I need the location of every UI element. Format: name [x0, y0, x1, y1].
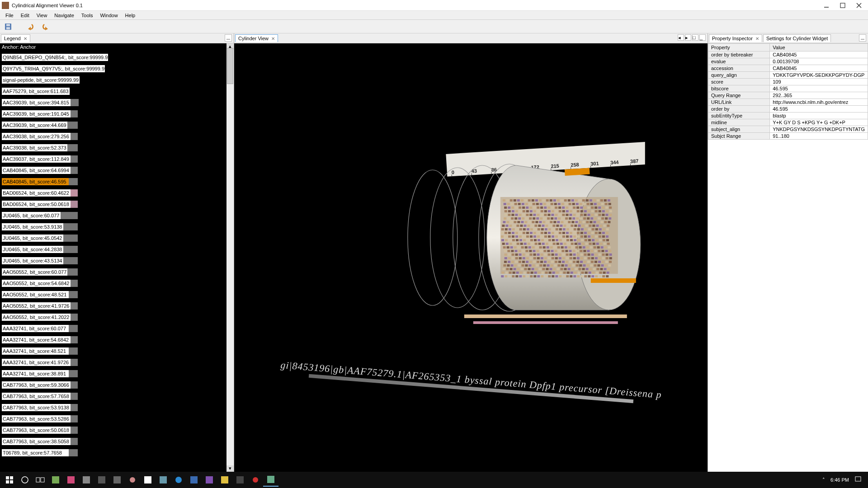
legend-row[interactable]: AAA32741, bit_score:54.6842 [0, 333, 226, 344]
panel-minimize-icon[interactable] [859, 34, 866, 42]
menu-file[interactable]: File [2, 12, 17, 19]
taskbar-app-13-icon[interactable] [232, 473, 248, 487]
legend-row[interactable]: JU0465, bit_score:45.0542 [0, 231, 226, 243]
close-icon[interactable]: ✕ [755, 36, 759, 41]
legend-row[interactable]: CAB77963, bit_score:53.5286 [0, 412, 226, 423]
legend-row[interactable]: JU0465, bit_score:44.2838 [0, 243, 226, 254]
legend-row[interactable]: AAA32741, bit_score:38.891 [0, 367, 226, 378]
legend-scrollbar[interactable]: ▴ ▾ [226, 43, 234, 472]
legend-row[interactable]: AAO50552, bit_score:60.077 [0, 265, 226, 277]
property-row[interactable]: bitscore46.595 [708, 85, 868, 92]
taskbar-app-5-icon[interactable] [109, 473, 125, 487]
property-row[interactable]: URL/Linkhttp://www.ncbi.nlm.nih.gov/entr… [708, 99, 868, 106]
menu-tools[interactable]: Tools [78, 12, 97, 19]
legend-row[interactable]: AAO50552, bit_score:54.6842 [0, 277, 226, 288]
scroll-down-icon[interactable]: ▾ [226, 465, 234, 472]
legend-row[interactable]: CAB77963, bit_score:57.7658 [0, 389, 226, 401]
legend-row[interactable]: AAO50552, bit_score:41.2022 [0, 310, 226, 322]
tab-legend[interactable]: Legend ✕ [1, 34, 30, 42]
close-icon[interactable]: ✕ [271, 36, 275, 41]
panel-minimize-icon[interactable] [225, 34, 232, 42]
legend-row[interactable]: AAC39039, bit_score:44.669 [0, 118, 226, 130]
taskbar-app-3-icon[interactable] [79, 473, 94, 487]
legend-row[interactable]: CAB77963, bit_score:53.9138 [0, 401, 226, 412]
taskbar-app-2-icon[interactable] [63, 473, 79, 487]
legend-row[interactable]: AAC39038, bit_score:279.256 [0, 130, 226, 141]
col-value[interactable]: Value [770, 44, 868, 52]
property-row[interactable]: order by46.595 [708, 106, 868, 113]
legend-row[interactable]: CAB77963, bit_score:38.5058 [0, 435, 226, 446]
legend-row[interactable]: CAB77963, bit_score:50.0618 [0, 423, 226, 435]
legend-row[interactable]: AAA32741, bit_score:60.077 [0, 322, 226, 333]
legend-row[interactable]: Q9NB54_DREPO_Q9NB54;, bit_score:99999.99 [0, 51, 226, 62]
property-row[interactable]: Subjct Range91..180 [708, 133, 868, 140]
start-icon[interactable] [2, 473, 17, 487]
taskbar-app-9-icon[interactable] [171, 473, 186, 487]
redo-icon[interactable] [40, 21, 51, 32]
legend-row[interactable]: AAF75279, bit_score:611.683 [0, 84, 226, 96]
property-row[interactable]: score109 [708, 79, 868, 85]
view-max-icon[interactable]: □ [692, 34, 698, 41]
tab-property-inspector[interactable]: Property Inspector ✕ [709, 34, 762, 42]
legend-row[interactable]: AAC39039, bit_score:394.815 [0, 96, 226, 107]
taskbar-app-12-icon[interactable] [217, 473, 232, 487]
view-3d[interactable]: 04386129172215258301344387430 [234, 43, 708, 472]
view-next-icon[interactable]: ▸ [685, 34, 691, 41]
legend-row[interactable]: JU0465, bit_score:60.077 [0, 209, 226, 220]
menu-navigate[interactable]: Navigate [51, 12, 77, 19]
tab-settings[interactable]: Settings for Cylinder Widget [763, 34, 831, 42]
tray-chevron-icon[interactable]: ˄ [822, 477, 825, 483]
legend-row[interactable]: CAB40845, bit_score:46.595 [0, 175, 226, 186]
property-row[interactable]: accessionCAB40845 [708, 65, 868, 72]
legend-row[interactable]: AAC39037, bit_score:112.849 [0, 152, 226, 164]
tray-notification-icon[interactable] [854, 476, 862, 484]
maximize-button[interactable] [839, 2, 846, 9]
property-row[interactable]: subject_alignYNKDPGSYNKDSGSYNKDPGTYNTATG [708, 126, 868, 133]
taskbar-app-15-icon[interactable] [263, 473, 278, 487]
legend-row[interactable]: BAD06524, bit_score:60.4622 [0, 186, 226, 197]
view-prev-icon[interactable]: ◂ [678, 34, 684, 41]
legend-row[interactable]: BAD06524, bit_score:50.0618 [0, 197, 226, 209]
menu-window[interactable]: Window [96, 12, 121, 19]
tab-cylinder[interactable]: Cylinder View ✕ [235, 34, 278, 42]
close-icon[interactable]: ✕ [24, 36, 27, 41]
property-row[interactable]: Query Range292..365 [708, 92, 868, 99]
property-row[interactable]: midlineY+K GY D S +KPG Y+ G +DK+P [708, 119, 868, 126]
taskbar-app-6-icon[interactable] [125, 473, 140, 487]
taskbar-app-4-icon[interactable] [94, 473, 109, 487]
legend-row[interactable]: AAA32741, bit_score:41.9726 [0, 356, 226, 367]
legend-row[interactable]: JU0465, bit_score:43.5134 [0, 254, 226, 265]
menu-help[interactable]: Help [122, 12, 139, 19]
legend-row[interactable]: AAO50552, bit_score:41.9726 [0, 299, 226, 310]
save-icon[interactable] [3, 21, 14, 32]
menu-view[interactable]: View [33, 12, 51, 19]
taskbar-app-11-icon[interactable] [202, 473, 217, 487]
taskbar-app-8-icon[interactable] [156, 473, 171, 487]
undo-icon[interactable] [25, 21, 36, 32]
property-row[interactable]: query_alignYDKKTGPYVPDK-SEDKKPGPYDY-DGP [708, 72, 868, 79]
close-button[interactable] [855, 2, 863, 9]
legend-row[interactable]: JU0465, bit_score:53.9138 [0, 220, 226, 231]
scroll-thumb[interactable] [227, 48, 233, 84]
legend-row[interactable]: AAO50552, bit_score:48.521 [0, 288, 226, 299]
legend-row[interactable]: AAA32741, bit_score:48.521 [0, 344, 226, 356]
legend-row[interactable]: CAB77963, bit_score:59.3066 [0, 378, 226, 389]
menu-edit[interactable]: Edit [17, 12, 33, 19]
legend-row[interactable]: AAC39039, bit_score:191.045 [0, 107, 226, 118]
col-property[interactable]: Property [708, 44, 770, 52]
legend-row[interactable]: T06789, bit_score:57.7658 [0, 446, 226, 457]
legend-row[interactable]: signal-peptide, bit_score:99999.99 [0, 73, 226, 84]
taskview-icon[interactable] [33, 473, 48, 487]
tray-time[interactable]: 6:46 PM [830, 477, 849, 483]
taskbar-app-10-icon[interactable] [186, 473, 202, 487]
taskbar-app-1-icon[interactable] [48, 473, 63, 487]
cortana-icon[interactable] [17, 473, 33, 487]
property-row[interactable]: evalue0.00139708 [708, 58, 868, 65]
property-row[interactable]: order by tiebreakerCAB40845 [708, 52, 868, 58]
legend-row[interactable]: CAB40845, bit_score:64.6994 [0, 164, 226, 175]
property-row[interactable]: subEntityTypeblastp [708, 113, 868, 119]
taskbar-app-7-icon[interactable] [140, 473, 156, 487]
legend-row[interactable]: AAC39038, bit_score:52.373 [0, 141, 226, 152]
taskbar-app-14-icon[interactable] [248, 473, 263, 487]
view-min-icon[interactable]: _ [699, 34, 706, 41]
